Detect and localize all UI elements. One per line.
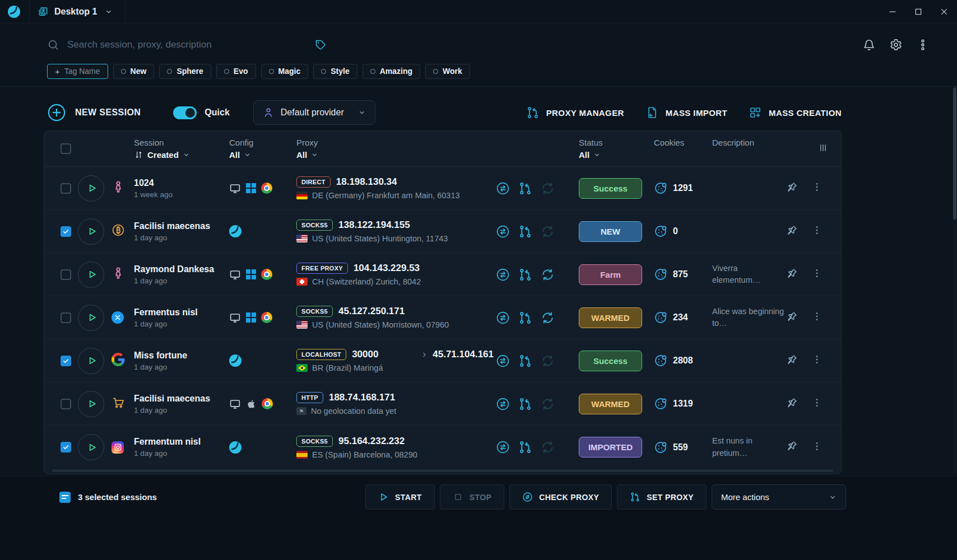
- check-proxy-icon[interactable]: [496, 354, 510, 368]
- status-badge[interactable]: WARMED: [579, 394, 642, 414]
- row-checkbox[interactable]: [61, 226, 71, 237]
- filter-config[interactable]: All: [229, 150, 296, 160]
- refresh-proxy-icon[interactable]: [541, 354, 555, 368]
- filter-proxy[interactable]: All: [296, 150, 496, 160]
- pin-icon[interactable]: [786, 354, 798, 366]
- tag-chip-new[interactable]: New: [113, 64, 155, 79]
- tag-icon[interactable]: [315, 39, 326, 50]
- row-checkbox[interactable]: [61, 442, 71, 452]
- stop-button[interactable]: STOP: [440, 484, 504, 510]
- maximize-button[interactable]: [905, 0, 931, 24]
- session-row[interactable]: Facilisi maecenas 1 day ago SOCKS5 138.1…: [44, 210, 841, 253]
- refresh-proxy-icon[interactable]: [541, 225, 555, 239]
- tag-chip-amazing[interactable]: Amazing: [363, 64, 420, 79]
- start-session-button[interactable]: [78, 348, 104, 374]
- scrollbar-thumb[interactable]: [953, 87, 956, 220]
- row-menu-icon[interactable]: [812, 441, 822, 451]
- check-proxy-icon[interactable]: [496, 268, 510, 282]
- set-proxy-icon[interactable]: [518, 268, 532, 282]
- new-session-button[interactable]: NEW SESSION: [47, 103, 141, 122]
- more-actions-select[interactable]: More actions: [712, 484, 846, 510]
- close-button[interactable]: [931, 0, 957, 24]
- pin-icon[interactable]: [786, 440, 798, 452]
- check-proxy-icon[interactable]: [496, 225, 510, 239]
- pin-icon[interactable]: [786, 268, 798, 279]
- set-proxy-icon[interactable]: [518, 440, 532, 454]
- session-row[interactable]: Fermentus nisl 1 day ago SOCKS5 45.127.2…: [44, 296, 841, 339]
- session-row[interactable]: Miss fortune 1 day ago LOCALHOST 30000 4…: [44, 339, 841, 382]
- set-proxy-icon[interactable]: [518, 225, 532, 239]
- status-badge[interactable]: Success: [579, 178, 642, 199]
- proxy-manager-button[interactable]: PROXY MANAGER: [526, 106, 624, 119]
- status-badge[interactable]: WARMED: [579, 307, 642, 328]
- start-button[interactable]: START: [365, 484, 435, 510]
- check-proxy-icon[interactable]: [496, 311, 510, 325]
- workspace-selector[interactable]: Desktop 1: [30, 0, 125, 24]
- quick-toggle[interactable]: Quick: [173, 106, 229, 119]
- tag-chip-evo[interactable]: Evo: [216, 64, 256, 79]
- sort-created[interactable]: Created: [134, 150, 229, 160]
- select-all-checkbox[interactable]: [61, 143, 71, 154]
- row-checkbox[interactable]: [61, 312, 71, 323]
- session-row[interactable]: 1024 1 week ago DIRECT 18.198.130.34 DE …: [44, 167, 841, 210]
- vertical-scrollbar[interactable]: [953, 87, 956, 475]
- tag-chip-style[interactable]: Style: [313, 64, 357, 79]
- start-session-button[interactable]: [78, 434, 104, 460]
- pin-icon[interactable]: [786, 311, 798, 323]
- pin-icon[interactable]: [786, 181, 798, 193]
- row-menu-icon[interactable]: [812, 311, 822, 321]
- row-checkbox[interactable]: [61, 269, 71, 280]
- refresh-proxy-icon[interactable]: [541, 181, 555, 195]
- toggle-switch[interactable]: [173, 106, 197, 119]
- row-menu-icon[interactable]: [812, 268, 822, 278]
- start-session-button[interactable]: [78, 305, 104, 331]
- set-proxy-icon[interactable]: [518, 354, 532, 368]
- row-checkbox[interactable]: [61, 356, 71, 366]
- refresh-proxy-icon[interactable]: [541, 440, 555, 454]
- start-session-button[interactable]: [78, 391, 104, 417]
- set-proxy-icon[interactable]: [518, 311, 532, 325]
- refresh-proxy-icon[interactable]: [541, 268, 555, 282]
- set-proxy-icon[interactable]: [518, 181, 532, 195]
- row-menu-icon[interactable]: [812, 354, 822, 365]
- status-badge[interactable]: IMPORTED: [579, 437, 642, 458]
- bell-icon[interactable]: [863, 39, 875, 51]
- row-menu-icon[interactable]: [812, 182, 822, 192]
- pin-icon[interactable]: [786, 397, 798, 409]
- set-proxy-icon[interactable]: [518, 397, 532, 411]
- tag-chip-magic[interactable]: Magic: [261, 64, 309, 79]
- set-proxy-button[interactable]: SET PROXY: [617, 484, 707, 510]
- tag-chip-work[interactable]: Work: [425, 64, 470, 79]
- status-badge[interactable]: Farm: [579, 264, 642, 285]
- check-proxy-icon[interactable]: [496, 181, 510, 195]
- row-menu-icon[interactable]: [812, 398, 822, 408]
- minimize-button[interactable]: [880, 0, 905, 24]
- session-row[interactable]: Facilisi maecenas 1 day ago HTTP 188.74.…: [44, 382, 841, 426]
- session-row[interactable]: Raymond Dankesa 1 day ago FREE PROXY 104…: [44, 253, 841, 296]
- pin-icon[interactable]: [786, 225, 798, 236]
- search-input[interactable]: [67, 39, 308, 50]
- status-badge[interactable]: NEW: [579, 221, 642, 242]
- check-proxy-icon[interactable]: [496, 440, 510, 454]
- row-checkbox[interactable]: [61, 183, 71, 194]
- row-checkbox[interactable]: [61, 399, 71, 409]
- start-session-button[interactable]: [78, 262, 104, 288]
- tag-chip-sphere[interactable]: Sphere: [159, 64, 211, 79]
- columns-settings-icon[interactable]: [817, 142, 829, 153]
- refresh-proxy-icon[interactable]: [541, 397, 555, 411]
- refresh-proxy-icon[interactable]: [541, 311, 555, 325]
- row-menu-icon[interactable]: [812, 225, 822, 235]
- gear-icon[interactable]: [890, 39, 902, 51]
- check-proxy-icon[interactable]: [496, 397, 510, 411]
- check-proxy-button[interactable]: CHECK PROXY: [509, 484, 612, 510]
- provider-select[interactable]: Default provider: [253, 100, 375, 125]
- mass-creation-button[interactable]: MASS CREATION: [749, 106, 842, 119]
- mass-import-button[interactable]: MASS IMPORT: [645, 106, 727, 119]
- start-session-button[interactable]: [78, 218, 104, 245]
- status-badge[interactable]: Success: [579, 351, 642, 371]
- horizontal-scrollbar[interactable]: [52, 469, 833, 472]
- more-options-icon[interactable]: [917, 39, 929, 51]
- add-tag-input[interactable]: + Tag Name: [47, 64, 108, 79]
- start-session-button[interactable]: [78, 175, 104, 202]
- filter-status[interactable]: All: [579, 150, 654, 160]
